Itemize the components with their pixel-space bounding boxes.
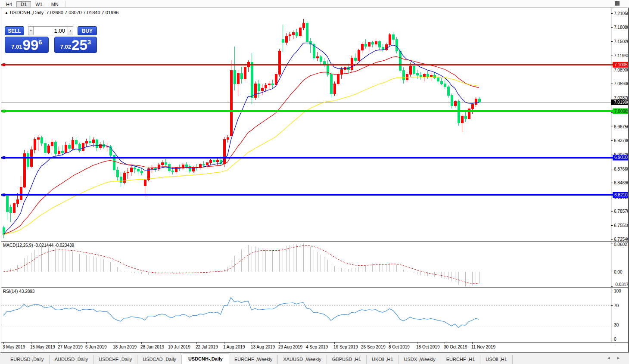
symbol-tab-gbpusd-h1[interactable]: GBPUSD-,H1 xyxy=(327,355,367,364)
symbol-tab-usdx-weekly[interactable]: USDX-,Weekly xyxy=(399,355,441,364)
x-axis-tick xyxy=(252,342,252,344)
svg-text:6.84690: 6.84690 xyxy=(614,180,628,185)
x-axis-tick xyxy=(472,342,473,344)
symbol-tab-usoil-h1[interactable]: USOil-,H1 xyxy=(480,355,513,364)
svg-text:0.060273: 0.060273 xyxy=(614,242,628,247)
one-click-trade-panel: SELL ▼ ▲ BUY 7.01 99 6 7.02 25 3 xyxy=(5,26,97,53)
x-axis-label: 8 Oct 2019 xyxy=(389,345,410,349)
rsi-axis: 10070300 xyxy=(611,288,621,342)
level-line-6.90100[interactable]: 6.90100 xyxy=(1,155,628,160)
ma-60-line xyxy=(3,77,479,235)
rsi-pane[interactable]: RSI(14) 43.2893 10070300 xyxy=(1,288,628,342)
buy-price-display[interactable]: 7.02 25 3 xyxy=(54,37,97,53)
x-axis-tick xyxy=(445,342,445,344)
symbol-tab-xauusd-weekly[interactable]: XAUUSD-,Weekly xyxy=(278,355,327,364)
svg-text:6.93780: 6.93780 xyxy=(614,138,628,143)
x-axis-label: 6 Jun 2019 xyxy=(85,345,107,349)
svg-text:6.90100: 6.90100 xyxy=(614,155,628,160)
price-axis: 7.210507.180807.150207.119607.089007.059… xyxy=(611,8,628,241)
sell-price-prefix: 7.01 xyxy=(11,44,22,50)
x-axis-label: 26 Sep 2019 xyxy=(361,345,386,349)
svg-text:6.78570: 6.78570 xyxy=(614,209,628,214)
svg-text:0: 0 xyxy=(614,337,617,342)
symbol-tab-eurchf-weekly[interactable]: EURCHF-,Weekly xyxy=(229,355,278,364)
x-axis-tick xyxy=(196,342,197,344)
timeframe-button-h4[interactable]: H4 xyxy=(2,1,16,7)
svg-text:7.01996: 7.01996 xyxy=(614,100,628,105)
macd-chart[interactable]: 0.0602730.00-0.03172 xyxy=(1,242,628,287)
volume-decrease-button[interactable]: ▼ xyxy=(28,26,34,35)
price-chart-pane[interactable]: ▲USDCNH-,Daily7.02680 7.03070 7.01840 7.… xyxy=(1,8,628,241)
svg-text:7.15020: 7.15020 xyxy=(614,39,628,44)
x-axis-label: 30 Oct 2019 xyxy=(444,345,467,349)
window-control-icon[interactable] xyxy=(615,1,620,6)
chart-title: ▲USDCNH-,Daily7.02680 7.03070 7.01840 7.… xyxy=(5,10,118,15)
volume-input[interactable] xyxy=(34,26,68,35)
current-price-tag: 7.01996 xyxy=(611,100,628,105)
svg-text:6.75510: 6.75510 xyxy=(614,223,628,228)
symbol-tab-usdchf-daily[interactable]: USDCHF-,Daily xyxy=(93,355,137,364)
x-axis-tick xyxy=(307,342,307,344)
timeframe-buttons: H4D1W1MN xyxy=(2,0,63,8)
symbol-tab-eurusd-daily[interactable]: EURUSD-,Daily xyxy=(5,355,50,364)
symbol-tab-eurchf-h1[interactable]: EURCHF-,H1 xyxy=(441,355,481,364)
tab-scroll-arrows[interactable]: ◄► xyxy=(607,356,626,360)
x-axis-tick xyxy=(86,342,87,344)
macd-pane[interactable]: MACD(12,26,9) -0.021444 -0.023439 0.0602… xyxy=(1,242,628,287)
symbol-tab-usdcad-daily[interactable]: USDCAD-,Daily xyxy=(137,355,182,364)
buy-button[interactable]: BUY xyxy=(78,26,97,35)
symbol-tab-ukoil-h1[interactable]: UKOil-,H1 xyxy=(367,355,399,364)
level-line-6.82103[interactable]: 6.82103 xyxy=(1,192,628,198)
buy-price-pips: 25 xyxy=(72,39,87,52)
buy-price-prefix: 7.02 xyxy=(60,44,71,50)
tab-scroll-left-icon[interactable]: ◄ xyxy=(607,356,617,360)
x-axis-label: 18 Jun 2019 xyxy=(113,345,137,349)
svg-text:100: 100 xyxy=(614,289,621,293)
macd-axis: 0.0602730.00-0.03172 xyxy=(611,242,628,287)
x-axis-tick xyxy=(31,342,31,344)
sell-button[interactable]: SELL xyxy=(5,26,24,35)
x-axis-label: 10 Jul 2019 xyxy=(168,345,190,349)
svg-text:7.00089: 7.00089 xyxy=(614,109,628,114)
svg-text:7.18080: 7.18080 xyxy=(614,25,628,30)
x-axis-tick xyxy=(3,342,4,344)
symbol-tab-usdcnh-daily[interactable]: USDCNH-,Daily xyxy=(182,354,229,364)
x-axis-label: 13 Aug 2019 xyxy=(251,345,275,349)
timeframe-button-mn[interactable]: MN xyxy=(47,1,63,7)
x-axis-tick xyxy=(417,342,417,344)
svg-text:70: 70 xyxy=(614,303,619,308)
date-axis[interactable]: ◦ 3 May 201915 May 201927 May 20196 Jun … xyxy=(1,342,628,352)
svg-text:6.87660: 6.87660 xyxy=(614,167,628,171)
rsi-chart[interactable]: 10070300 xyxy=(1,288,628,342)
x-axis-tick xyxy=(224,342,224,344)
x-axis-tick xyxy=(169,342,169,344)
x-axis-tick xyxy=(59,342,59,344)
timeframe-toolbar: H4D1W1MN xyxy=(0,0,629,8)
toolbar-divider xyxy=(65,1,65,7)
timeframe-button-w1[interactable]: W1 xyxy=(31,1,47,7)
sell-price-display[interactable]: 7.01 99 6 xyxy=(5,37,49,53)
macd-histogram xyxy=(4,243,480,286)
buy-price-point: 3 xyxy=(87,38,91,46)
x-axis-label: 15 May 2019 xyxy=(30,345,55,349)
x-axis-label: 23 Aug 2019 xyxy=(278,345,302,349)
chart-tab-bar: EURUSD-,DailyAUDUSD-,DailyUSDCHF-,DailyU… xyxy=(0,352,629,364)
svg-text:0.00: 0.00 xyxy=(614,270,623,274)
x-axis-label: 3 May 2019 xyxy=(3,345,25,349)
shift-marker-icon: ◦ xyxy=(615,343,616,346)
volume-increase-button[interactable]: ▲ xyxy=(68,26,73,35)
symbol-tab-audusd-daily[interactable]: AUDUSD-,Daily xyxy=(50,355,94,364)
sell-price-point: 6 xyxy=(38,38,42,46)
macd-label: MACD(12,26,9) -0.021444 -0.023439 xyxy=(3,243,74,248)
x-axis-label: 27 May 2019 xyxy=(58,345,83,349)
collapse-triangle-icon[interactable]: ▲ xyxy=(5,11,8,15)
level-line-7.00089[interactable]: 7.00089 xyxy=(1,109,628,114)
timeframe-button-d1[interactable]: D1 xyxy=(16,1,31,7)
level-line-7.10051[interactable]: 7.10051 xyxy=(1,62,628,68)
tab-scroll-right-icon[interactable]: ► xyxy=(617,356,626,360)
rsi-label: RSI(14) 43.2893 xyxy=(3,289,34,294)
svg-text:7.21050: 7.21050 xyxy=(614,11,628,16)
svg-text:7.10051: 7.10051 xyxy=(614,62,628,67)
x-axis-label: 16 Sep 2019 xyxy=(333,345,358,349)
x-axis-tick xyxy=(389,342,390,344)
